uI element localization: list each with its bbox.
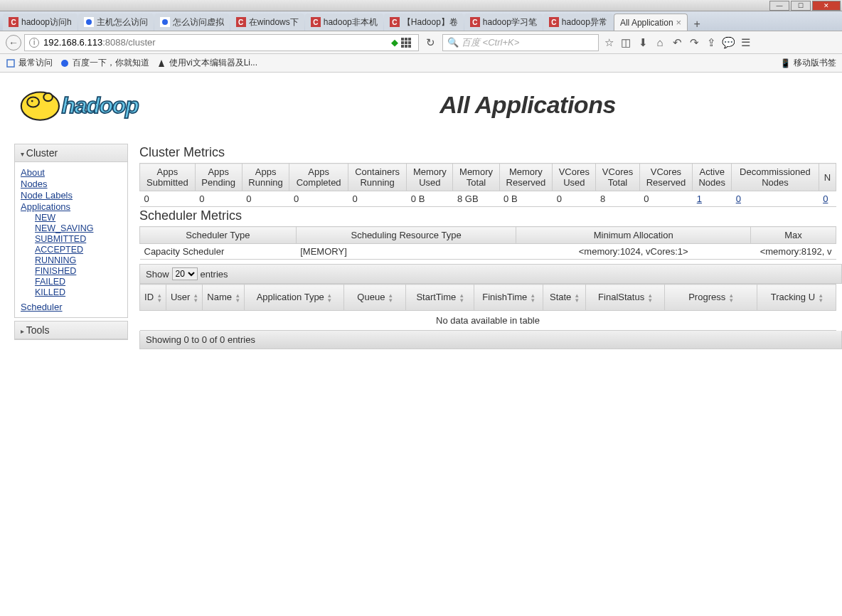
sidebar-cluster-section: Cluster About Nodes Node Labels Applicat…	[14, 144, 128, 318]
sm-col-header: Max	[751, 227, 836, 244]
browser-urlbar: ← i 192.168.6.113:8088/cluster ◆ ↻ 🔍百度 <…	[0, 31, 842, 54]
svg-point-5	[27, 97, 39, 107]
entries-select[interactable]: 20	[172, 267, 198, 280]
app-col-header[interactable]: User ▴▾	[166, 285, 202, 311]
sidebar-new-saving-link[interactable]: NEW_SAVING	[35, 223, 122, 233]
back-button[interactable]: ←	[6, 35, 21, 51]
home-button[interactable]: ⌂	[653, 36, 667, 50]
svg-point-6	[43, 93, 53, 101]
cm-value: 0 B	[499, 191, 553, 207]
tab-6[interactable]: Chadoop学习笔	[464, 14, 543, 31]
share-button[interactable]: ⇪	[704, 36, 718, 50]
sidebar-killed-link[interactable]: KILLED	[35, 287, 122, 297]
app-col-header[interactable]: StartTime ▴▾	[405, 285, 474, 311]
sidebar-node-labels-link[interactable]: Node Labels	[21, 190, 122, 201]
mobile-bookmarks[interactable]: 📱移动版书签	[780, 57, 836, 69]
window-max-button[interactable]: ☐	[791, 1, 811, 11]
cm-value: 0	[639, 191, 693, 207]
csdn-icon: C	[236, 17, 246, 27]
menu-button[interactable]: ☰	[738, 36, 752, 50]
showing-label: Showing 0 to 0 of 0 entries	[139, 331, 842, 349]
chat-button[interactable]: 💬	[721, 36, 735, 50]
tab-0[interactable]: Chadoop访问h	[3, 14, 78, 31]
app-col-header[interactable]: Application Type ▴▾	[244, 285, 344, 311]
bookmarks-bar: 最常访问 百度一下，你就知道 使用vi文本编辑器及Li... 📱移动版书签	[0, 54, 842, 73]
sidebar-accepted-link[interactable]: ACCEPTED	[35, 245, 122, 255]
app-col-header[interactable]: Name ▴▾	[203, 285, 245, 311]
cm-col-header: N	[819, 164, 836, 191]
sidebar-scheduler-link[interactable]: Scheduler	[21, 302, 122, 312]
cm-value[interactable]: 1	[693, 191, 732, 207]
sm-col-header: Scheduling Resource Type	[296, 227, 516, 244]
sm-col-header: Scheduler Type	[140, 227, 297, 244]
redo-button[interactable]: ↷	[687, 36, 701, 50]
undo-button[interactable]: ↶	[670, 36, 684, 50]
tab-7[interactable]: Chadoop异常	[543, 14, 613, 31]
hadoop-logo: hadoop	[14, 80, 213, 129]
sidebar-tools-head[interactable]: Tools	[15, 322, 127, 339]
cm-value: 8 GB	[453, 191, 499, 207]
window-close-button[interactable]: ✕	[812, 1, 841, 11]
site-info-icon[interactable]: i	[29, 38, 39, 48]
bookmark-item[interactable]: 最常访问	[6, 57, 53, 69]
reload-button[interactable]: ↻	[426, 36, 435, 49]
sidebar-cluster-head[interactable]: Cluster	[15, 144, 127, 162]
cm-value[interactable]: 0	[732, 191, 819, 207]
app-col-header[interactable]: State ▴▾	[543, 285, 585, 311]
cm-col-header: VCoresReserved	[639, 164, 693, 191]
new-tab-button[interactable]: +	[688, 18, 705, 31]
sidebar-running-link[interactable]: RUNNING	[35, 255, 122, 265]
sidebar-nodes-link[interactable]: Nodes	[21, 179, 122, 189]
entries-label: entries	[201, 269, 228, 280]
search-input[interactable]: 🔍百度 <Ctrl+K>	[442, 34, 599, 51]
app-col-header[interactable]: Progress ▴▾	[664, 285, 757, 311]
address-input[interactable]: i 192.168.6.113:8088/cluster ◆	[24, 34, 419, 51]
search-icon: 🔍	[447, 37, 459, 48]
app-col-header[interactable]: Tracking U ▴▾	[757, 285, 836, 311]
app-col-header[interactable]: Queue ▴▾	[344, 285, 405, 311]
no-data-label: No data available in table	[140, 310, 836, 330]
app-col-header[interactable]: ID ▴▾	[140, 285, 166, 311]
shield-icon[interactable]: ◆	[391, 37, 398, 48]
cm-col-header: VCoresTotal	[596, 164, 639, 191]
bookmark-item[interactable]: 使用vi文本编辑器及Li...	[156, 57, 257, 69]
sm-value: <memory:1024, vCores:1>	[516, 244, 751, 260]
sidebar-tools-section: Tools	[14, 321, 128, 340]
show-entries-bar: Show 20 entries	[139, 264, 842, 284]
bookmark-star-button[interactable]: ☆	[602, 36, 616, 50]
tab-4[interactable]: Chadoop非本机	[305, 14, 383, 31]
cm-value: 0	[242, 191, 289, 207]
cm-col-header: DecommissionedNodes	[732, 164, 819, 191]
tab-active[interactable]: All Application×	[614, 14, 688, 31]
download-button[interactable]: ⬇	[636, 36, 650, 50]
app-col-header[interactable]: FinishTime ▴▾	[474, 285, 543, 311]
cm-col-header: MemoryUsed	[407, 164, 453, 191]
tab-2[interactable]: 怎么访问虚拟	[154, 14, 230, 31]
cluster-metrics-heading: Cluster Metrics	[139, 145, 842, 160]
cm-col-header: AppsRunning	[242, 164, 289, 191]
sidebar-finished-link[interactable]: FINISHED	[35, 266, 122, 276]
tab-5[interactable]: C【Hadoop】卷	[384, 14, 464, 31]
cm-value[interactable]: 0	[819, 191, 836, 207]
bookmark-item[interactable]: 百度一下，你就知道	[60, 57, 149, 69]
applications-table: ID ▴▾User ▴▾Name ▴▾Application Type ▴▾Qu…	[139, 284, 836, 331]
url-host: 192.168.6.113	[43, 37, 102, 48]
window-min-button[interactable]: —	[769, 1, 789, 11]
sm-value: [MEMORY]	[296, 244, 516, 260]
tab-close-icon[interactable]: ×	[676, 17, 682, 28]
sidebar-new-link[interactable]: NEW	[35, 213, 122, 223]
sidebar-submitted-link[interactable]: SUBMITTED	[35, 234, 122, 244]
qr-icon[interactable]	[401, 38, 411, 48]
sidebar-applications-link[interactable]: Applications	[21, 201, 122, 212]
csdn-icon: C	[9, 17, 18, 27]
show-label: Show	[146, 269, 169, 280]
sm-value: <memory:8192, v	[751, 244, 836, 260]
library-button[interactable]: ◫	[619, 36, 633, 50]
tab-3[interactable]: C在windows下	[230, 14, 304, 31]
app-col-header[interactable]: FinalStatus ▴▾	[586, 285, 665, 311]
csdn-icon: C	[470, 17, 480, 27]
window-titlebar: — ☐ ✕	[0, 0, 842, 11]
sidebar-failed-link[interactable]: FAILED	[35, 277, 122, 287]
tab-1[interactable]: 主机怎么访问	[78, 14, 154, 31]
sidebar-about-link[interactable]: About	[21, 167, 122, 178]
